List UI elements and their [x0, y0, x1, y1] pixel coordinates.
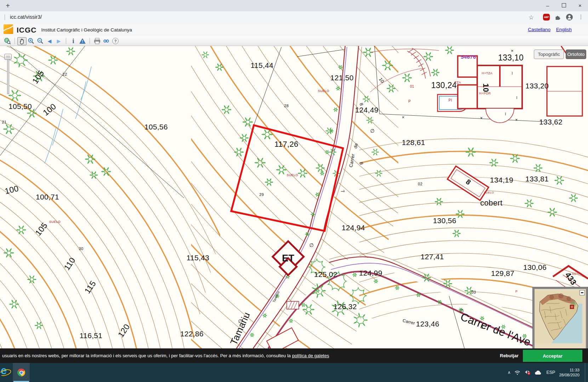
new-tab-button[interactable]: + — [4, 1, 12, 10]
overview-minimize-button[interactable] — [580, 290, 585, 295]
internet-explorer-taskbar-icon[interactable]: e — [0, 366, 12, 378]
warning-icon[interactable]: ! — [78, 37, 87, 45]
extensions-icon[interactable] — [555, 14, 561, 22]
overview-marker — [570, 305, 574, 308]
url-caret — [5, 15, 5, 20]
taskbar: e ∧ ESP 11:33 28/08/2020 — [0, 363, 588, 382]
chrome-taskbar-icon[interactable] — [13, 363, 30, 382]
maximize-icon — [562, 3, 566, 7]
language-link-castellano[interactable]: Castellano — [528, 27, 550, 32]
map-toolbar: ◀ ▶ i ! ? — [0, 36, 588, 46]
toolbar-separator — [90, 38, 90, 44]
permalink-icon[interactable] — [102, 37, 111, 45]
feature-info-icon[interactable]: i — [69, 37, 78, 45]
stream-lines — [45, 66, 91, 163]
overview-map[interactable] — [533, 287, 588, 348]
tray-chevron-icon[interactable]: ∧ — [508, 370, 511, 375]
accept-button[interactable]: Acceptar — [523, 350, 582, 362]
icgc-logo — [4, 24, 13, 35]
system-tray: ∧ ESP 11:33 28/08/2020 — [508, 363, 585, 382]
next-view-icon[interactable]: ▶ — [54, 37, 63, 45]
pan-hand-icon[interactable] — [17, 37, 27, 45]
brand-text: ICGC — [17, 26, 37, 34]
close-button[interactable]: × — [572, 0, 588, 11]
wifi-icon[interactable] — [514, 370, 520, 375]
clock-time: 11:33 — [570, 368, 580, 372]
adblock-extension-icon[interactable]: ABP — [543, 14, 550, 21]
url-text[interactable]: icc.cat/vissir3/ — [10, 14, 42, 20]
cookie-message: usuaris en els nostres webs, per millora… — [2, 353, 329, 358]
zoom-slider[interactable] — [7, 56, 9, 94]
basemap-topografic-button[interactable]: Topogràfic — [534, 50, 564, 59]
browser-menu-icon[interactable]: ⋮ — [578, 13, 584, 20]
previous-view-icon[interactable]: ◀ — [45, 37, 54, 45]
basemap-ortofoto-button[interactable]: Ortofoto — [566, 50, 586, 59]
app-header: ICGC Institut Cartogràfic i Geològic de … — [0, 23, 588, 37]
onedrive-sync-error-icon[interactable] — [524, 370, 531, 375]
language-links: Castellano English — [524, 27, 572, 32]
minimize-button[interactable]: – — [540, 0, 556, 11]
cookie-policy-link[interactable]: política de galetes — [292, 353, 329, 358]
zoom-in-icon[interactable] — [27, 37, 36, 45]
cookie-banner: usuaris en els nostres webs, per millora… — [0, 348, 588, 363]
clock[interactable]: 11:33 28/08/2020 — [559, 367, 580, 377]
help-icon[interactable]: ? — [111, 37, 120, 45]
show-desktop-button[interactable] — [585, 363, 585, 382]
reject-button[interactable]: Rebutjar — [494, 348, 524, 363]
map-canvas[interactable]: 105,501001052221105,56100,71100105110115… — [0, 46, 588, 348]
svg-text:!: ! — [82, 40, 83, 44]
profile-avatar-icon[interactable] — [566, 14, 573, 22]
zoom-out-icon[interactable] — [36, 37, 45, 45]
language-indicator[interactable]: ESP — [546, 370, 555, 375]
print-icon[interactable] — [92, 37, 102, 45]
site-title: Institut Cartogràfic i Geològic de Catal… — [41, 27, 132, 33]
toolbar-separator — [15, 38, 15, 44]
chrome-logo-icon — [17, 369, 25, 376]
maximize-button[interactable] — [556, 0, 572, 11]
zoom-slider-handle[interactable] — [4, 54, 12, 60]
toolbar-separator — [66, 38, 66, 44]
cloud-icon[interactable] — [535, 370, 542, 375]
initial-extent-icon[interactable] — [3, 37, 12, 45]
language-link-english[interactable]: English — [556, 27, 572, 32]
url-bar[interactable]: icc.cat/vissir3/ ☆ ABP ⋮ — [0, 11, 588, 24]
browser-tab-strip: + – × — [0, 0, 588, 11]
bookmark-star-icon[interactable]: ☆ — [529, 14, 534, 21]
clock-date: 28/08/2020 — [559, 373, 580, 377]
